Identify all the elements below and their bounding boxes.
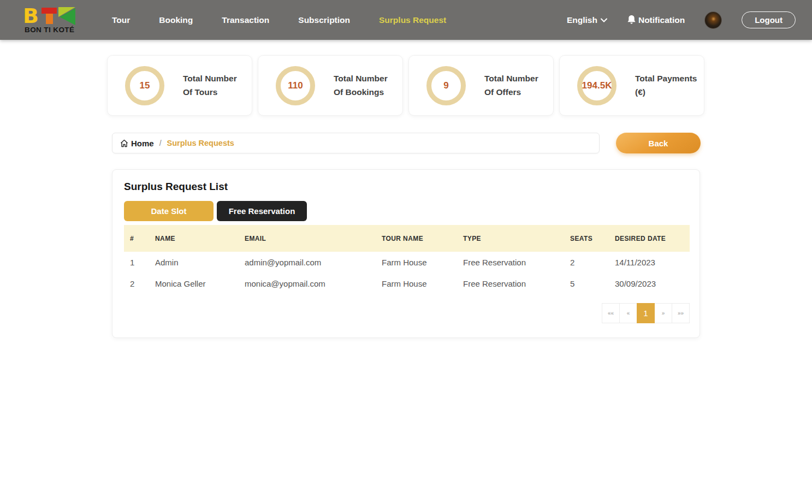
stat-value: 110: [288, 80, 303, 91]
table-row: 1Adminadmin@yopmail.comFarm HouseFree Re…: [124, 252, 690, 273]
table-cell: 1: [124, 252, 149, 273]
chevron-down-icon: [601, 18, 607, 22]
column-header: SEATS: [564, 225, 609, 252]
top-navbar: B BON TI KOTÉ TourBookingTransactionSubs…: [0, 0, 812, 40]
nav-link-booking[interactable]: Booking: [159, 15, 193, 25]
pagination-first[interactable]: ««: [602, 303, 620, 323]
breadcrumb-home-label: Home: [131, 139, 154, 148]
svg-text:B: B: [25, 6, 39, 26]
nav-links: TourBookingTransactionSubscriptionSurplu…: [112, 15, 446, 25]
tab-free-reservation[interactable]: Free Reservation: [217, 201, 307, 221]
table-cell: 2: [124, 273, 149, 294]
nav-link-transaction[interactable]: Transaction: [222, 15, 269, 25]
breadcrumb-current: Surplus Requests: [167, 139, 234, 147]
language-selector[interactable]: English: [567, 15, 607, 25]
stat-card: 194.5KTotal Payments (€): [559, 55, 704, 116]
breadcrumb: Home / Surplus Requests: [112, 133, 600, 153]
table-cell: monica@yopmail.com: [239, 273, 376, 294]
table-cell: 5: [564, 273, 609, 294]
stat-circle: 110: [276, 66, 315, 105]
table-cell: admin@yopmail.com: [239, 252, 376, 273]
nav-link-subscription[interactable]: Subscription: [298, 15, 350, 25]
column-header: TYPE: [457, 225, 564, 252]
logout-button[interactable]: Logout: [742, 11, 796, 28]
table-header-row: #NAMEEMAILTOUR NAMETYPESEATSDESIRED DATE: [124, 225, 690, 252]
nav-link-surplus-request[interactable]: Surplus Request: [379, 15, 446, 25]
brand-logo[interactable]: B BON TI KOTÉ: [25, 6, 78, 34]
panel-title: Surplus Request List: [124, 181, 689, 193]
column-header: EMAIL: [239, 225, 376, 252]
bell-icon: [627, 15, 636, 25]
table-cell: Farm House: [376, 252, 457, 273]
home-icon: [120, 139, 128, 147]
breadcrumb-home-link[interactable]: Home: [120, 139, 154, 148]
column-header: #: [124, 225, 149, 252]
surplus-request-panel: Surplus Request List Date SlotFree Reser…: [112, 169, 700, 338]
user-avatar[interactable]: [704, 11, 722, 29]
table-cell: Admin: [149, 252, 239, 273]
table-body: 1Adminadmin@yopmail.comFarm HouseFree Re…: [124, 252, 690, 294]
column-header: NAME: [149, 225, 239, 252]
table-cell: Free Reservation: [457, 273, 564, 294]
table-cell: 30/09/2023: [609, 273, 690, 294]
back-button[interactable]: Back: [616, 133, 701, 153]
stat-card: 9Total Number Of Offers: [408, 55, 554, 116]
pagination-next[interactable]: »: [654, 303, 672, 323]
pagination-prev[interactable]: «: [619, 303, 637, 323]
notification-button[interactable]: Notification: [627, 15, 685, 25]
surplus-request-table: #NAMEEMAILTOUR NAMETYPESEATSDESIRED DATE…: [124, 225, 690, 294]
tab-date-slot[interactable]: Date Slot: [124, 201, 214, 221]
notification-label: Notification: [638, 15, 685, 25]
pagination: «««1»»»: [124, 303, 690, 323]
column-header: DESIRED DATE: [609, 225, 690, 252]
stat-circle: 9: [426, 66, 466, 105]
stat-label: Total Payments (€): [635, 72, 700, 98]
stat-label: Total Number Of Bookings: [334, 72, 398, 98]
stat-label: Total Number Of Offers: [484, 72, 549, 98]
stat-card: 15Total Number Of Tours: [107, 55, 252, 116]
nav-link-tour[interactable]: Tour: [112, 15, 130, 25]
table-cell: Farm House: [376, 273, 457, 294]
tabs: Date SlotFree Reservation: [124, 201, 689, 221]
breadcrumb-separator: /: [159, 139, 162, 147]
pagination-last[interactable]: »»: [672, 303, 690, 323]
table-cell: Monica Geller: [149, 273, 239, 294]
column-header: TOUR NAME: [376, 225, 457, 252]
table-row: 2Monica Gellermonica@yopmail.comFarm Hou…: [124, 273, 690, 294]
stat-circle: 194.5K: [577, 66, 617, 105]
stat-circle: 15: [125, 66, 164, 105]
btk-logo-icon: B: [25, 6, 78, 26]
stat-label: Total Number Of Tours: [183, 72, 247, 98]
table-cell: 2: [564, 252, 609, 273]
language-label: English: [567, 15, 597, 25]
navbar-right: English Notification Logout: [567, 11, 796, 29]
stat-value: 9: [443, 80, 448, 91]
pagination-page[interactable]: 1: [637, 303, 655, 323]
stat-value: 15: [140, 80, 150, 91]
brand-name: BON TI KOTÉ: [25, 26, 74, 34]
stat-card: 110Total Number Of Bookings: [258, 55, 403, 116]
stat-value: 194.5K: [582, 80, 612, 91]
table-cell: 14/11/2023: [609, 252, 690, 273]
stats-row: 15Total Number Of Tours110Total Number O…: [107, 55, 704, 116]
table-cell: Free Reservation: [457, 252, 564, 273]
